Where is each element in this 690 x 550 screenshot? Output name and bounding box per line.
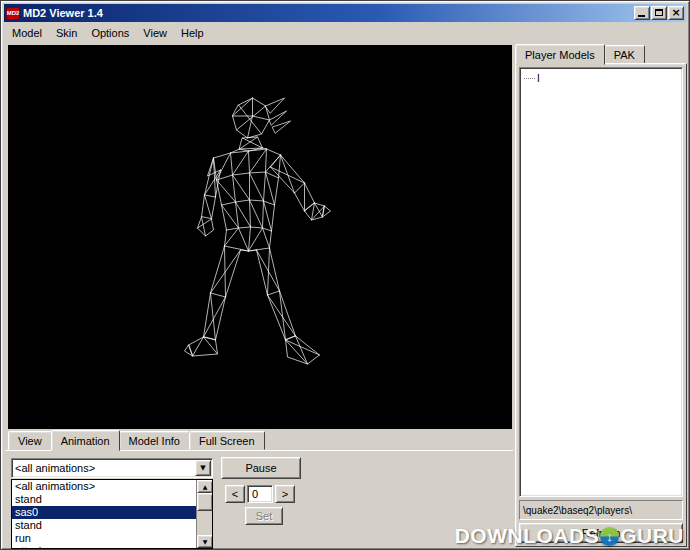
downloads-logo-icon: ↓ bbox=[600, 527, 619, 546]
list-item[interactable]: attack bbox=[12, 545, 196, 549]
tab-model-info[interactable]: Model Info bbox=[119, 431, 190, 450]
app-icon: MD2 bbox=[6, 7, 20, 20]
tab-view[interactable]: View bbox=[8, 431, 52, 450]
model-tree[interactable]: I bbox=[519, 67, 683, 497]
arrow-left-icon: < bbox=[232, 488, 238, 500]
maximize-button[interactable] bbox=[651, 6, 667, 20]
bottom-tabstrip: View Animation Model Info Full Screen bbox=[8, 429, 513, 450]
menu-item-model[interactable]: Model bbox=[5, 25, 49, 41]
tab-pak[interactable]: PAK bbox=[604, 45, 645, 64]
tree-node[interactable]: I bbox=[524, 72, 682, 84]
app-window: MD2 MD2 Viewer 1.4 × Model Skin Options … bbox=[0, 0, 690, 550]
model-viewport[interactable] bbox=[8, 45, 512, 429]
watermark-word2: GURU bbox=[620, 524, 684, 548]
frame-number-field[interactable]: 0 bbox=[247, 485, 273, 503]
arrow-down-icon: ↓ bbox=[606, 529, 613, 544]
close-icon: × bbox=[669, 6, 683, 19]
list-item[interactable]: run bbox=[12, 532, 196, 545]
set-button[interactable]: Set bbox=[245, 507, 283, 525]
scroll-down-button[interactable]: ▼ bbox=[197, 535, 213, 548]
tab-full-screen[interactable]: Full Screen bbox=[189, 431, 265, 450]
animation-combobox[interactable]: <all animations> ▼ bbox=[11, 458, 213, 478]
animation-panel: <all animations> ▼ Pause <all animations… bbox=[5, 450, 513, 548]
menu-item-view[interactable]: View bbox=[136, 25, 174, 41]
scroll-up-button[interactable]: ▲ bbox=[197, 480, 213, 493]
menu-item-help[interactable]: Help bbox=[174, 25, 211, 41]
pause-button[interactable]: Pause bbox=[221, 457, 301, 479]
chevron-down-icon: ▼ bbox=[200, 464, 205, 472]
minimize-icon bbox=[638, 15, 645, 17]
scroll-thumb[interactable] bbox=[197, 493, 213, 511]
arrow-up-icon: ▲ bbox=[203, 483, 208, 490]
right-tabstrip: Player Models PAK bbox=[515, 43, 644, 64]
list-item[interactable]: <all animations> bbox=[12, 480, 196, 493]
titlebar[interactable]: MD2 MD2 Viewer 1.4 × bbox=[4, 4, 686, 22]
menubar: Model Skin Options View Help bbox=[5, 24, 685, 42]
list-scrollbar[interactable]: ▲ ▼ bbox=[196, 480, 212, 548]
animation-dropdown-list: <all animations> stand sas0 stand run at… bbox=[11, 479, 213, 549]
list-item-selected[interactable]: sas0 bbox=[12, 506, 196, 519]
right-panel: Player Models PAK I \quake2\baseq2\playe… bbox=[515, 43, 687, 547]
wireframe-model bbox=[8, 45, 512, 429]
arrow-right-icon: > bbox=[282, 488, 288, 500]
watermark-word1: DOWNLOADS bbox=[455, 524, 600, 548]
combobox-value: <all animations> bbox=[12, 462, 195, 474]
close-button[interactable]: × bbox=[668, 6, 684, 20]
menu-item-options[interactable]: Options bbox=[84, 25, 136, 41]
tab-player-models[interactable]: Player Models bbox=[515, 44, 605, 65]
combobox-dropdown-button[interactable]: ▼ bbox=[195, 460, 211, 476]
maximize-icon bbox=[655, 9, 663, 16]
window-title: MD2 Viewer 1.4 bbox=[23, 7, 633, 19]
menu-item-skin[interactable]: Skin bbox=[49, 25, 84, 41]
minimize-button[interactable] bbox=[634, 6, 650, 20]
previous-frame-button[interactable]: < bbox=[225, 485, 245, 503]
list-item[interactable]: stand bbox=[12, 519, 196, 532]
watermark: DOWNLOADS ↓ GURU bbox=[455, 524, 684, 548]
next-frame-button[interactable]: > bbox=[275, 485, 295, 503]
arrow-down-icon: ▼ bbox=[203, 538, 208, 545]
list-item[interactable]: stand bbox=[12, 493, 196, 506]
models-path-field: \quake2\baseq2\players\ bbox=[519, 500, 683, 520]
tab-animation[interactable]: Animation bbox=[51, 430, 120, 451]
player-models-page: I \quake2\baseq2\players\ Refresh bbox=[515, 63, 687, 547]
tree-branch-icon bbox=[524, 78, 535, 79]
